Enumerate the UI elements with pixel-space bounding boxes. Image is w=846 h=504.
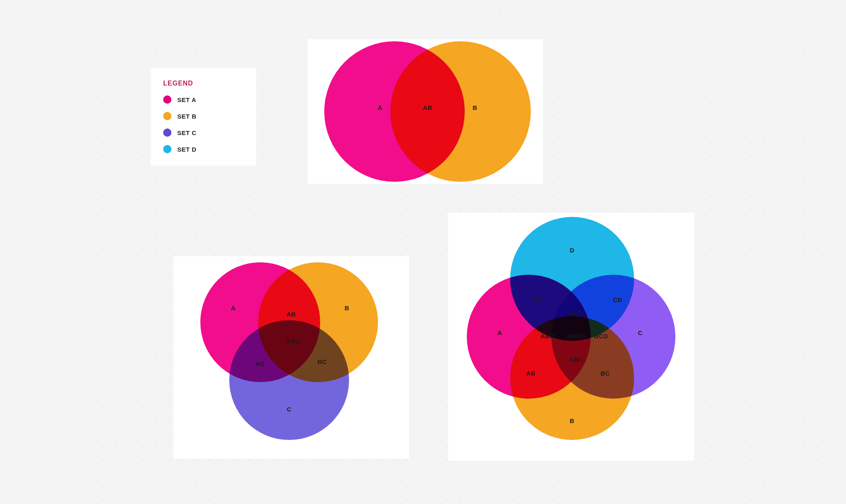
venn-2-svg xyxy=(308,39,543,184)
venn-3-panel: A B C AB AC BC ABC xyxy=(173,256,409,459)
legend-title: LEGEND xyxy=(163,80,244,87)
venn4-circle-b xyxy=(510,316,634,440)
legend-label-c: SET C xyxy=(177,129,197,136)
venn-2-panel: A AB B xyxy=(308,39,543,184)
venn-4-svg xyxy=(448,213,694,461)
legend-item-c: SET C xyxy=(163,128,244,137)
legend-label-a: SET A xyxy=(177,96,196,103)
legend-label-d: SET D xyxy=(177,146,197,153)
venn-4-panel: D A C B AD CD AB BC ACD ABD BCD ABC ABCD xyxy=(448,213,694,461)
legend-label-b: SET B xyxy=(177,113,197,120)
venn-3-svg xyxy=(173,256,409,459)
legend-item-d: SET D xyxy=(163,145,244,153)
legend-swatch-c xyxy=(163,128,171,137)
legend-swatch-b xyxy=(163,112,171,120)
venn3-circle-c xyxy=(229,320,349,440)
venn2-circle-b xyxy=(390,41,531,182)
legend-panel: LEGEND SET A SET B SET C SET D xyxy=(151,68,256,166)
legend-item-a: SET A xyxy=(163,95,244,104)
legend-swatch-d xyxy=(163,145,171,153)
legend-item-b: SET B xyxy=(163,112,244,120)
legend-swatch-a xyxy=(163,95,171,104)
